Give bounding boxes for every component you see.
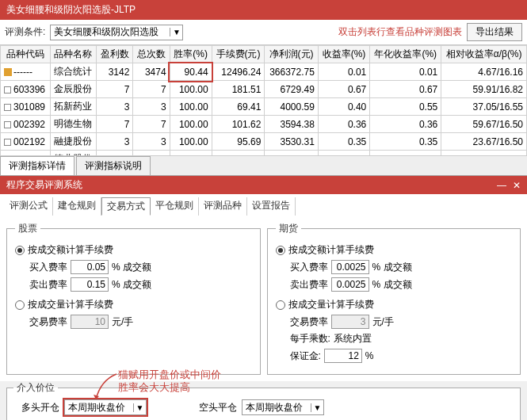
cell: 4 <box>133 151 170 157</box>
minimize-icon[interactable]: — <box>497 180 506 191</box>
cell: 23.67/16.50 <box>441 133 527 151</box>
cell: 3 <box>133 98 170 116</box>
fut-pct: % 成交额 <box>372 261 412 274</box>
pct-label2: % 成交额 <box>112 278 151 292</box>
cell: 0.35 <box>370 133 441 151</box>
cell: 002192 <box>1 133 51 151</box>
fut-sell-input[interactable] <box>331 277 369 292</box>
buy-rate-label: 买入费率 <box>29 261 67 274</box>
strategy-combo[interactable]: ▼ <box>50 25 183 40</box>
cell: 100.00 <box>170 151 212 157</box>
form-tab[interactable]: 设置报告 <box>247 197 296 216</box>
tx-label: 交易费率 <box>29 315 67 329</box>
margin-input[interactable] <box>324 349 362 363</box>
stock-radio-volume[interactable] <box>15 300 25 310</box>
cell: 0.55 <box>370 98 441 116</box>
cell: 4 <box>97 151 133 157</box>
stock-sell-input[interactable] <box>71 277 109 292</box>
close-icon[interactable]: ✕ <box>513 180 521 191</box>
cell: 3530.31 <box>265 133 318 151</box>
result-table-wrap[interactable]: 品种代码品种名称盈利数总次数胜率(%)手续费(元)净利润(元)收益率(%)年化收… <box>0 45 527 156</box>
cell: 603396 <box>1 81 51 98</box>
long-open-input[interactable] <box>65 400 133 414</box>
table-row[interactable]: 603396金辰股份77100.00181.516729.490.670.675… <box>1 81 527 98</box>
form-tab[interactable]: 评测品种 <box>199 197 247 216</box>
col-header[interactable]: 品种代码 <box>1 46 51 63</box>
top-toolbar: 评测条件: ▼ 双击列表行查看品种评测图表 导出结果 <box>0 20 527 45</box>
criteria-label: 评测条件: <box>5 25 45 39</box>
table-row[interactable]: 605117德业股份44100.00123.063484.940.350.352… <box>1 151 527 157</box>
cell: 3484.94 <box>265 151 318 157</box>
cell: 7 <box>133 116 170 133</box>
entry-legend: 介入价位 <box>13 381 58 395</box>
tab-detail[interactable]: 评测指标详情 <box>0 156 74 175</box>
form-tab[interactable]: 平仓规则 <box>151 197 199 216</box>
col-header[interactable]: 收益率(%) <box>318 46 369 63</box>
cell: 95.69 <box>212 133 265 151</box>
cell: 0.01 <box>370 63 441 81</box>
cell: 301089 <box>1 98 51 116</box>
col-header[interactable]: 手续费(元) <box>212 46 265 63</box>
cell: 0.35 <box>318 133 369 151</box>
chevron-down-icon[interactable]: ▼ <box>133 403 146 412</box>
cell: 3594.38 <box>265 116 318 133</box>
strategy-input[interactable] <box>51 25 170 40</box>
long-open-combo[interactable]: ▼ <box>64 399 147 415</box>
stock-radio-volume-label: 按成交量计算手续费 <box>28 298 113 311</box>
long-open-label: 多头开仓 <box>21 401 59 414</box>
cell: 7 <box>97 116 133 133</box>
cell: 181.51 <box>212 81 265 98</box>
fut-radio-volume[interactable] <box>276 300 285 310</box>
col-header[interactable]: 胜率(%) <box>170 46 212 63</box>
tx-unit: 元/手 <box>112 315 133 329</box>
short-close-label: 空头平仓 <box>199 401 237 414</box>
cell: 4000.59 <box>265 98 318 116</box>
stock-buy-input[interactable] <box>71 260 109 274</box>
cell: 0.35 <box>370 151 441 157</box>
table-row[interactable]: 002392明德生物77100.00101.623594.380.360.365… <box>1 116 527 133</box>
cell: 6729.49 <box>265 81 318 98</box>
fut-radio-amount[interactable] <box>276 246 285 255</box>
col-header[interactable]: 盈利数 <box>97 46 133 63</box>
form-tab[interactable]: 建仓规则 <box>53 197 101 216</box>
table-row[interactable]: 002192融捷股份33100.0095.693530.310.350.3523… <box>1 133 527 151</box>
col-header[interactable]: 相对收益率α/β(%) <box>441 46 527 63</box>
futures-legend: 期货 <box>276 222 301 235</box>
col-header[interactable]: 总次数 <box>133 46 170 63</box>
cell: 0.01 <box>318 63 369 81</box>
short-close-input[interactable] <box>242 400 311 414</box>
col-header[interactable]: 品种名称 <box>50 46 97 63</box>
fee-panels: 股票 按成交额计算手续费 买入费率% 成交额 卖出费率% 成交额 按成交量计算手… <box>0 216 527 381</box>
table-row[interactable]: ------综合统计3142347490.4412496.24366372.75… <box>1 63 527 81</box>
col-header[interactable]: 年化收益率(%) <box>370 46 441 63</box>
fut-buy-input[interactable] <box>331 260 369 274</box>
cell: 101.62 <box>212 116 265 133</box>
form-tab[interactable]: 交易方式 <box>101 197 151 216</box>
cell: 123.06 <box>212 151 265 157</box>
cell: 0.40 <box>318 98 369 116</box>
margin-unit: % <box>365 350 374 361</box>
stock-radio-amount[interactable] <box>15 246 25 255</box>
export-button[interactable]: 导出结果 <box>467 23 522 41</box>
cell: 3 <box>133 133 170 151</box>
cell: 0.36 <box>318 116 369 133</box>
cell: 拓新药业 <box>50 98 97 116</box>
window-title-bar: 美女细腰和级阴次阳选股-JLTP <box>0 0 527 20</box>
fut-tx-label: 交易费率 <box>290 315 328 329</box>
annotation-line2: 胜率会大大提高 <box>118 380 190 395</box>
chevron-down-icon[interactable]: ▼ <box>170 28 182 36</box>
short-close-combo[interactable]: ▼ <box>242 399 324 415</box>
cell: 3474 <box>133 63 170 81</box>
chevron-down-icon[interactable]: ▼ <box>311 403 323 412</box>
cell: 100.00 <box>170 98 212 116</box>
form-tab[interactable]: 评测公式 <box>5 197 53 216</box>
col-header[interactable]: 净利润(元) <box>265 46 318 63</box>
fut-pct2: % 成交额 <box>372 278 412 292</box>
stock-tx-input <box>71 315 109 329</box>
cell: 3 <box>97 133 133 151</box>
fut-buy-label: 买入费率 <box>290 261 328 274</box>
fut-tx-input <box>331 315 369 329</box>
cell: 3 <box>97 98 133 116</box>
table-row[interactable]: 301089拓新药业33100.0069.414000.590.400.5537… <box>1 98 527 116</box>
tab-desc[interactable]: 评测指标说明 <box>76 156 151 175</box>
